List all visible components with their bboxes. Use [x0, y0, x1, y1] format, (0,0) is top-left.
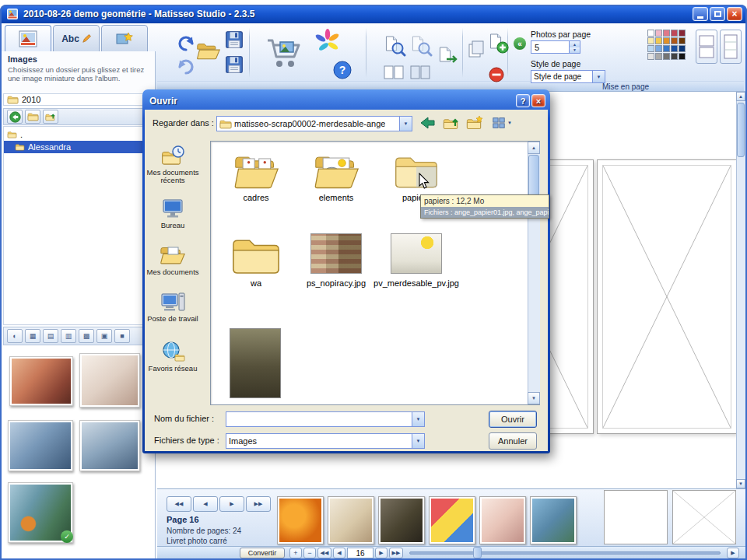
file-label[interactable]: wa [217, 278, 295, 288]
page-thumbnail[interactable] [429, 496, 475, 544]
help-button[interactable]: ? [333, 61, 352, 79]
view-button-3[interactable]: ▤ [43, 329, 58, 343]
next-page-button[interactable]: ▶ [219, 496, 244, 512]
tab-text[interactable]: Abc [53, 25, 100, 53]
view-button-7[interactable]: ■ [114, 329, 130, 343]
current-folder-row[interactable]: 2010 [3, 93, 154, 106]
goto-first-button[interactable]: ◀◀ [317, 548, 331, 558]
view-button-4[interactable]: ▥ [61, 329, 76, 343]
view-button-5[interactable]: ▩ [79, 329, 94, 343]
dialog-new-folder-button[interactable] [465, 114, 484, 131]
palette-swatch[interactable] [663, 37, 670, 44]
stepper-down-icon[interactable]: ▼ [569, 47, 580, 54]
page-thumbnail[interactable] [277, 496, 324, 544]
filetype-select[interactable]: Images ▼ [226, 433, 425, 449]
palette-swatch[interactable] [663, 45, 670, 52]
view-button-6[interactable]: ▣ [96, 329, 112, 343]
palette-swatch[interactable] [679, 53, 686, 60]
order-cart-button[interactable] [265, 36, 305, 73]
palette-swatch[interactable] [655, 37, 662, 44]
maximize-button[interactable] [710, 7, 725, 21]
current-page-thumbnail-left[interactable] [604, 490, 668, 544]
palette-swatch[interactable] [663, 53, 670, 60]
goto-page-button[interactable] [436, 44, 459, 67]
save-button[interactable] [224, 30, 244, 50]
file-list[interactable]: cadres elements papiers wa ps_nop [210, 141, 540, 405]
save-as-button[interactable] [224, 54, 244, 75]
zoom-out-button-small[interactable]: − [303, 548, 316, 558]
place-my-computer[interactable]: Poste de travail [145, 290, 201, 323]
current-page-thumbnail-right[interactable] [672, 490, 736, 544]
browse-folder-button[interactable] [25, 110, 40, 124]
chevron-down-icon[interactable]: ▼ [412, 412, 424, 426]
add-page-button[interactable] [487, 31, 509, 54]
dialog-back-button[interactable] [419, 114, 437, 131]
palette-swatch[interactable] [647, 53, 654, 60]
layout-option-button-2[interactable] [720, 30, 742, 64]
place-my-documents[interactable]: Mes documents [145, 243, 201, 276]
convert-button[interactable]: Convertir [240, 548, 285, 558]
dialog-open-button[interactable]: Ouvrir [489, 411, 537, 428]
dialog-up-folder-button[interactable] [442, 114, 461, 131]
photo-placeholder[interactable] [602, 165, 731, 429]
redo-button[interactable] [176, 56, 196, 76]
palette-swatch[interactable] [671, 30, 678, 37]
page-style-select[interactable]: Style de page ▼ [531, 70, 605, 83]
dialog-views-button[interactable]: ▼ [489, 114, 515, 131]
page-thumbnail[interactable] [328, 496, 374, 544]
palette-swatch[interactable] [671, 53, 678, 60]
place-recent-documents[interactable]: Mes documents récents [145, 144, 201, 184]
place-network[interactable]: Favoris réseau [145, 340, 201, 373]
tab-decorations[interactable] [101, 25, 148, 53]
last-page-button[interactable]: ▶▶ [246, 496, 271, 512]
chevron-down-icon[interactable]: ▼ [412, 434, 424, 448]
first-page-button[interactable]: ◀◀ [167, 496, 191, 512]
file-label[interactable]: cadres [217, 193, 295, 202]
photos-per-page-stepper[interactable]: 5 ▲▼ [531, 40, 580, 54]
palette-swatch[interactable] [663, 30, 670, 37]
folder-elements-icon[interactable] [313, 151, 359, 190]
remove-page-button[interactable] [489, 67, 504, 82]
collapse-group-button[interactable]: « [514, 37, 526, 50]
page-number-input[interactable]: 16 [347, 548, 374, 558]
view-button-2[interactable]: ▦ [25, 329, 40, 343]
goto-last-button[interactable]: ▶▶ [389, 548, 403, 558]
photo-thumbnail[interactable] [8, 420, 73, 471]
spread-view-button[interactable] [409, 64, 431, 81]
tree-item-alessandra[interactable]: Alessandra [4, 141, 153, 153]
zoom-out-button[interactable] [409, 34, 433, 58]
palette-swatch[interactable] [647, 30, 654, 37]
stepper-up-icon[interactable]: ▲ [569, 41, 580, 47]
view-button-1[interactable]: ◐ [7, 329, 23, 343]
palette-swatch[interactable] [655, 45, 662, 52]
image-thumbnail-partial[interactable] [230, 328, 281, 398]
minimize-button[interactable] [693, 7, 708, 21]
previous-page-button[interactable]: ◀ [193, 496, 218, 512]
scroll-right-icon[interactable]: ▶ [727, 548, 739, 558]
place-desktop[interactable]: Bureau [145, 197, 201, 229]
chevron-down-icon[interactable]: ▼ [399, 117, 412, 131]
palette-swatch[interactable] [671, 37, 678, 44]
scroll-up-icon[interactable]: ▲ [528, 142, 540, 154]
image-thumbnail-ps-nopiracy[interactable] [310, 233, 362, 274]
album-page-right[interactable] [597, 159, 737, 434]
pages-stack-icon[interactable] [467, 39, 487, 59]
palette-swatch[interactable] [679, 37, 686, 44]
filmstrip-slider-track[interactable] [409, 551, 721, 555]
effects-button[interactable] [314, 28, 341, 54]
palette-swatch[interactable] [647, 45, 654, 52]
scroll-down-icon[interactable]: ▼ [528, 392, 540, 404]
tab-images[interactable] [5, 25, 51, 53]
dialog-help-button[interactable]: ? [516, 94, 530, 107]
look-in-select[interactable]: matisseo-scrap00002-merdesable-ange ▼ [216, 116, 412, 131]
close-button[interactable]: × [727, 7, 742, 21]
palette-swatch[interactable] [655, 53, 662, 60]
goto-previous-button[interactable]: ◀ [333, 548, 345, 558]
page-thumbnail[interactable] [530, 496, 577, 544]
photo-thumbnail[interactable] [79, 420, 140, 471]
image-thumbnail-pv-merdesable[interactable] [391, 233, 442, 274]
scroll-up-icon[interactable]: ▲ [736, 92, 745, 101]
layout-option-button-1[interactable] [696, 30, 717, 64]
open-project-button[interactable] [196, 40, 221, 61]
tree-item-dot[interactable]: . [4, 128, 153, 140]
